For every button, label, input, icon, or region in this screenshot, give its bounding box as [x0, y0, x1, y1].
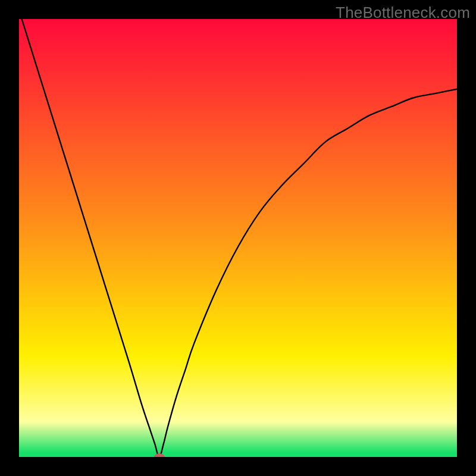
chart-frame: TheBottleneck.com: [0, 0, 476, 476]
watermark-text: TheBottleneck.com: [336, 4, 470, 22]
minimum-dot: [154, 453, 165, 457]
plot-area: [19, 19, 457, 457]
bottleneck-curve: [19, 19, 457, 457]
